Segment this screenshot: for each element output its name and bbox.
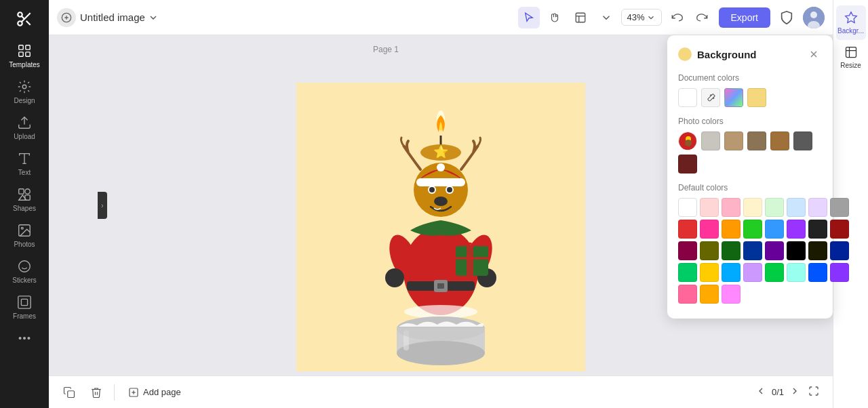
default-color-r4c3[interactable]	[830, 241, 849, 260]
default-color-r2c7[interactable]	[787, 220, 806, 239]
photo-color-3[interactable]	[747, 131, 766, 150]
sidebar-item-more[interactable]	[0, 325, 49, 351]
photo-color-image[interactable]	[678, 131, 697, 150]
document-title-area[interactable]: Untitled image	[80, 12, 159, 23]
default-color-r3c4[interactable]	[700, 241, 719, 260]
default-color-r5c3[interactable]	[808, 263, 827, 282]
select-tool-button[interactable]	[518, 7, 540, 28]
default-color-r3c7[interactable]	[765, 241, 784, 260]
default-color-r1c3[interactable]	[722, 198, 741, 217]
sidebar-item-photos[interactable]: Photos	[0, 218, 49, 253]
zoom-value: 43%	[627, 12, 645, 22]
sidebar-item-upload[interactable]: Upload	[0, 110, 49, 146]
default-color-r4c5[interactable]	[700, 263, 719, 282]
default-color-r1c4[interactable]	[743, 198, 762, 217]
default-color-r3c3[interactable]	[678, 241, 697, 260]
sidebar-item-templates[interactable]: Templates	[0, 38, 49, 74]
sidebar-item-text[interactable]: Text	[0, 146, 49, 182]
next-page-button[interactable]	[787, 383, 803, 402]
default-color-r5c7[interactable]	[722, 285, 741, 304]
photo-colors-label: Photo colors	[678, 117, 822, 126]
svg-point-0	[18, 12, 22, 17]
default-color-r1c7[interactable]	[808, 198, 827, 217]
default-color-r4c1[interactable]	[787, 241, 806, 260]
export-button[interactable]: Export	[719, 7, 770, 28]
add-page-button[interactable]: Add page	[123, 384, 186, 401]
sidebar-item-frames[interactable]: Frames	[0, 289, 49, 325]
undo-button[interactable]	[666, 7, 688, 28]
default-color-r2c4[interactable]	[722, 220, 741, 239]
photo-color-6[interactable]	[678, 155, 697, 174]
default-color-r5c2[interactable]	[787, 263, 806, 282]
user-avatar[interactable]	[803, 7, 825, 28]
default-color-r3c2[interactable]	[830, 220, 849, 239]
app-logo[interactable]	[11, 5, 38, 33]
resize-panel-label: Resize	[840, 62, 861, 69]
default-color-r1c6[interactable]	[787, 198, 806, 217]
bottom-bar: Add page 0/1	[49, 375, 833, 408]
default-color-r5c4[interactable]	[830, 263, 849, 282]
page-label: Page 1	[373, 45, 399, 54]
sidebar-item-design[interactable]: Design	[0, 74, 49, 110]
default-color-r5c6[interactable]	[700, 285, 719, 304]
svg-point-43	[429, 187, 435, 192]
svg-rect-49	[437, 283, 444, 289]
svg-point-19	[19, 261, 31, 272]
default-color-r4c2[interactable]	[808, 241, 827, 260]
toolbar: Untitled image 43%	[49, 0, 833, 35]
shield-button[interactable]	[776, 7, 797, 28]
default-color-r2c6[interactable]	[765, 220, 784, 239]
svg-point-26	[28, 338, 30, 340]
default-color-r2c1[interactable]	[830, 198, 849, 217]
svg-point-24	[19, 338, 21, 340]
background-panel-button[interactable]: Backgr...	[836, 5, 866, 40]
zoom-control[interactable]: 43%	[621, 9, 662, 26]
default-color-r2c5[interactable]	[743, 220, 762, 239]
delete-page-button[interactable]	[87, 383, 106, 402]
default-color-r3c1[interactable]	[808, 220, 827, 239]
canvas-page[interactable]: ⭐	[296, 83, 585, 371]
default-color-r1c1[interactable]	[678, 198, 697, 217]
sidebar-collapse-tab[interactable]: ›	[98, 192, 107, 219]
duplicate-page-button[interactable]	[60, 383, 79, 402]
eyedropper-tool[interactable]	[701, 88, 720, 107]
default-color-r1c5[interactable]	[765, 198, 784, 217]
layout-tool-button[interactable]	[570, 7, 591, 28]
default-color-r4c6[interactable]	[722, 263, 741, 282]
svg-rect-5	[19, 45, 23, 49]
redo-button[interactable]	[692, 7, 713, 28]
doc-color-white[interactable]	[678, 88, 697, 107]
svg-point-9	[22, 85, 26, 89]
svg-rect-23	[21, 299, 27, 305]
svg-rect-66	[846, 47, 856, 58]
default-color-r3c5[interactable]	[722, 241, 741, 260]
photo-color-4[interactable]	[770, 131, 789, 150]
expand-button[interactable]	[806, 383, 822, 402]
default-color-r1c2[interactable]	[700, 198, 719, 217]
default-color-r2c3[interactable]	[700, 220, 719, 239]
default-color-r2c2[interactable]	[678, 220, 697, 239]
default-color-r5c5[interactable]	[678, 285, 697, 304]
bg-panel-close-button[interactable]	[806, 46, 822, 62]
add-page-label: Add page	[143, 387, 181, 397]
default-color-r3c6[interactable]	[743, 241, 762, 260]
default-color-r4c7[interactable]	[743, 263, 762, 282]
toolbar-left: Untitled image	[57, 8, 513, 27]
doc-color-yellow[interactable]	[747, 88, 766, 107]
photo-color-1[interactable]	[701, 131, 720, 150]
sidebar-item-shapes[interactable]: Shapes	[0, 182, 49, 218]
hand-tool-button[interactable]	[544, 7, 566, 28]
layout-dropdown-button[interactable]	[595, 7, 617, 28]
resize-panel-button[interactable]: Resize	[836, 40, 866, 75]
photo-color-5[interactable]	[793, 131, 812, 150]
svg-point-45	[434, 197, 448, 206]
sidebar-item-stickers[interactable]: Stickers	[0, 253, 49, 289]
bg-panel-header: Background	[678, 46, 822, 62]
default-color-r5c1[interactable]	[765, 263, 784, 282]
photo-color-2[interactable]	[724, 131, 743, 150]
default-color-r4c4[interactable]	[678, 263, 697, 282]
sidebar: Templates Design Upload Text Shapes Phot…	[0, 0, 49, 408]
prev-page-button[interactable]	[753, 383, 769, 402]
doc-color-gradient[interactable]	[724, 88, 743, 107]
bg-current-color[interactable]	[678, 47, 692, 61]
